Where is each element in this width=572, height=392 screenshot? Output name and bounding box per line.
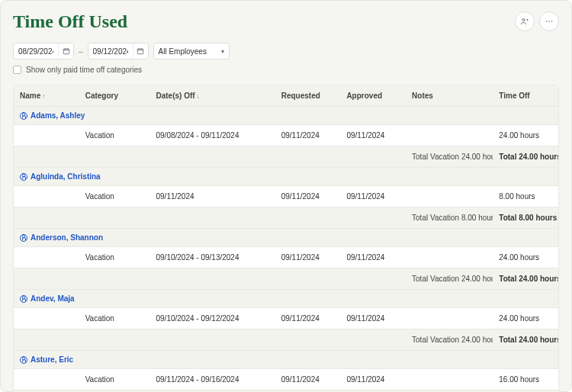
employee-link[interactable]: Agluinda, Christina <box>31 172 101 181</box>
date-from-input[interactable] <box>14 47 58 56</box>
total-notes: Total Vacation 24.00 hours <box>406 146 493 168</box>
header: Time Off Used <box>13 11 559 32</box>
date-from-cal-button[interactable] <box>58 43 73 59</box>
cell-requested: 09/11/2024 <box>275 247 341 268</box>
share-button[interactable] <box>515 11 535 31</box>
employee-row: Andev, Maja <box>14 290 558 308</box>
header-actions <box>515 11 559 31</box>
person-icon <box>20 356 27 364</box>
cell-dates: 09/10/2024 - 09/13/2024 <box>149 247 275 268</box>
cell-notes <box>406 308 493 329</box>
sort-desc-icon: ↓ <box>197 93 200 100</box>
date-to-input[interactable] <box>88 47 133 56</box>
employee-link[interactable]: Andev, Maja <box>31 294 75 303</box>
svg-point-1 <box>546 21 548 22</box>
date-range-separator: – <box>79 47 83 56</box>
person-icon <box>20 173 27 181</box>
more-button[interactable] <box>539 11 559 31</box>
cell-notes <box>406 125 493 146</box>
cell-dates: 09/11/2024 - 09/16/2024 <box>149 369 275 390</box>
cell-timeoff: 16.00 hours <box>493 369 558 390</box>
cell-timeoff: 24.00 hours <box>493 125 558 146</box>
employee-row: Anderson, Shannon <box>14 229 558 247</box>
person-icon <box>20 295 27 303</box>
total-notes: Total Vacation 8.00 hours <box>406 207 493 229</box>
employee-select[interactable]: All Employees ▾ <box>153 43 230 59</box>
entry-row: Vacation09/10/2024 - 09/12/202409/11/202… <box>14 308 558 329</box>
col-name[interactable]: Name↑ <box>14 85 79 107</box>
total-row: Total Vacation 8.00 hoursTotal 8.00 hour… <box>14 207 558 229</box>
cell-requested: 09/11/2024 <box>275 186 341 207</box>
cell-timeoff: 24.00 hours <box>493 308 558 329</box>
more-icon <box>545 17 554 26</box>
person-icon <box>20 112 27 120</box>
cell-category: Vacation <box>79 186 150 207</box>
total-row: Total Vacation 24.00 hoursTotal 24.00 ho… <box>14 329 558 351</box>
total-timeoff: Total 24.00 hours <box>493 329 558 351</box>
cell-name <box>14 247 79 268</box>
cell-category: Vacation <box>79 247 150 268</box>
employee-link[interactable]: Anderson, Shannon <box>31 233 103 242</box>
date-to-field[interactable] <box>88 43 149 59</box>
cell-name <box>14 308 79 329</box>
paid-only-label: Show only paid time off categories <box>26 66 142 74</box>
cell-approved: 09/11/2024 <box>340 308 406 329</box>
total-timeoff: Total 8.00 hours <box>493 207 558 229</box>
table-head: Name↑ Category Date(s) Off↓ Requested Ap… <box>14 85 558 107</box>
svg-rect-5 <box>137 49 143 54</box>
calendar-icon <box>137 47 144 55</box>
entry-row: Vacation09/08/2024 - 09/11/202409/11/202… <box>14 125 558 146</box>
cell-name <box>14 369 79 390</box>
employee-link[interactable]: Asture, Eric <box>31 355 73 364</box>
paid-only-row: Show only paid time off categories <box>13 66 559 74</box>
svg-point-0 <box>522 19 525 21</box>
cell-dates: 09/08/2024 - 09/11/2024 <box>149 125 275 146</box>
person-icon <box>20 234 27 242</box>
total-timeoff: Total 24.00 hours <box>493 268 558 290</box>
col-dates[interactable]: Date(s) Off↓ <box>149 85 275 107</box>
report-table-wrap: Name↑ Category Date(s) Off↓ Requested Ap… <box>13 85 559 392</box>
svg-point-2 <box>548 21 550 22</box>
employee-select-label: All Employees <box>159 47 207 56</box>
page-title: Time Off Used <box>13 11 127 32</box>
cell-notes <box>406 186 493 207</box>
svg-point-3 <box>551 21 553 22</box>
employee-row: Adams, Ashley <box>14 107 558 125</box>
total-notes: Total Vacation 24.00 hours <box>406 329 493 351</box>
share-icon <box>520 17 529 26</box>
date-to-cal-button[interactable] <box>133 43 148 59</box>
cell-dates: 09/10/2024 - 09/12/2024 <box>149 308 275 329</box>
cell-notes <box>406 369 493 390</box>
sort-asc-icon: ↑ <box>42 93 45 100</box>
filters-row: – All Employees ▾ <box>13 43 559 59</box>
cell-timeoff: 24.00 hours <box>493 247 558 268</box>
cell-name <box>14 186 79 207</box>
col-approved[interactable]: Approved <box>340 85 406 107</box>
cell-notes <box>406 247 493 268</box>
date-from-field[interactable] <box>13 43 74 59</box>
entry-row: Vacation09/11/2024 - 09/16/202409/11/202… <box>14 369 558 390</box>
employee-row: Asture, Eric <box>14 351 558 369</box>
report-table: Name↑ Category Date(s) Off↓ Requested Ap… <box>14 85 558 392</box>
total-notes: Total Vacation 24.00 hours <box>406 268 493 290</box>
col-timeoff[interactable]: Time Off <box>493 85 558 107</box>
entry-row: Vacation09/11/202409/11/202409/11/20248.… <box>14 186 558 207</box>
total-row: Total Vacation 24.00 hoursTotal 24.00 ho… <box>14 268 558 290</box>
col-category[interactable]: Category <box>79 85 150 107</box>
cell-requested: 09/11/2024 <box>275 369 341 390</box>
cell-category: Vacation <box>79 369 150 390</box>
paid-only-checkbox[interactable] <box>13 66 21 74</box>
employee-link[interactable]: Adams, Ashley <box>31 111 85 120</box>
col-notes[interactable]: Notes <box>406 85 493 107</box>
col-requested[interactable]: Requested <box>275 85 341 107</box>
cell-category: Vacation <box>79 125 150 146</box>
cell-name <box>14 125 79 146</box>
cell-timeoff: 8.00 hours <box>493 186 558 207</box>
cell-requested: 09/11/2024 <box>275 125 341 146</box>
cell-approved: 09/11/2024 <box>340 247 406 268</box>
cell-approved: 09/11/2024 <box>340 125 406 146</box>
employee-row: Agluinda, Christina <box>14 168 558 186</box>
cell-approved: 09/11/2024 <box>340 186 406 207</box>
total-row: Total Vacation 24.00 hoursTotal 24.00 ho… <box>14 146 558 168</box>
svg-rect-4 <box>63 49 69 54</box>
